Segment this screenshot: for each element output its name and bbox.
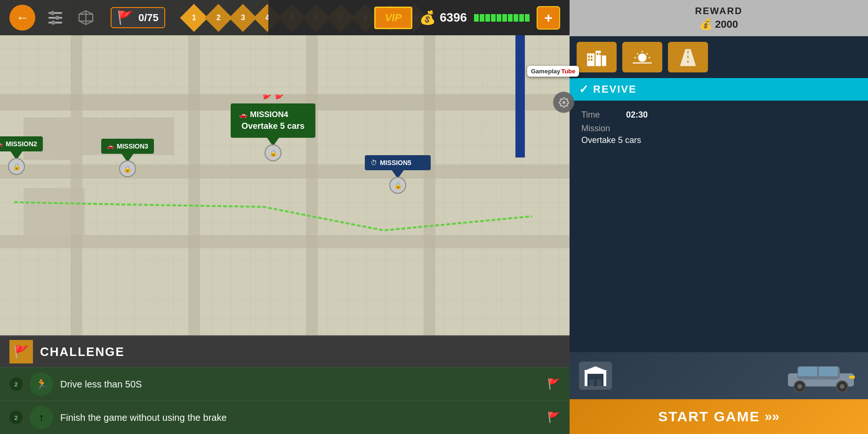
time-value: 02:30: [626, 110, 648, 120]
settings-button[interactable]: [553, 92, 574, 113]
flag-count: 0/75: [138, 12, 159, 24]
fuel-seg-10: [525, 14, 530, 22]
time-label: Time: [581, 110, 619, 120]
fuel-seg-6: [502, 14, 507, 22]
map-area: 🚗 MISSION2 🔒 🚗 MISSION3 🔒 🚩 🚩 🚗: [0, 0, 570, 434]
cube-icon: [78, 9, 94, 26]
mission-node-3[interactable]: 🚗 MISSION3 🔒: [101, 139, 154, 154]
reward-section: REWARD 💰 2000: [570, 0, 868, 36]
challenge-title: CHALLENGE: [40, 345, 125, 359]
svg-rect-35: [597, 379, 602, 386]
back-button[interactable]: ←: [9, 5, 35, 31]
flag-icon: 🚩: [117, 10, 134, 25]
back-arrow-icon: ←: [16, 10, 29, 25]
svg-rect-17: [591, 58, 592, 61]
mission2-lock: 🔒: [8, 158, 25, 175]
svg-line-22: [647, 53, 648, 54]
mission-value: Overtake 5 cars: [581, 135, 856, 145]
time-row: Time 02:30: [581, 110, 856, 120]
svg-rect-42: [798, 367, 817, 376]
page-num-3[interactable]: 3: [229, 4, 257, 32]
mission4-lock: 🔒: [265, 144, 281, 161]
vip-label: VIP: [385, 12, 402, 24]
garage-icon: [579, 362, 612, 390]
gameplay-text: Gameplay: [531, 68, 560, 75]
svg-rect-14: [588, 55, 590, 58]
road-icon: [677, 48, 699, 67]
fuel-seg-8: [514, 14, 518, 22]
coins-area: 💰 6396: [419, 10, 467, 25]
add-icon: +: [544, 10, 553, 26]
top-right-area: VIP 💰 6396 +: [268, 0, 570, 35]
start-game-button[interactable]: START GAME »»: [570, 399, 868, 434]
mission2-title: MISSION2: [6, 140, 37, 148]
mission4-desc: Overtake 5 cars: [239, 121, 307, 131]
flag-counter: 🚩 0/75: [111, 7, 165, 28]
mission3-lock: 🔒: [119, 160, 136, 177]
svg-rect-34: [589, 379, 594, 386]
svg-point-40: [797, 384, 802, 389]
vip-button[interactable]: VIP: [374, 7, 412, 29]
challenge-num-2: 2: [9, 411, 23, 424]
svg-point-10: [563, 101, 565, 104]
garage-building-icon: [584, 365, 607, 387]
revive-row[interactable]: ✓ REVIVE: [570, 78, 868, 101]
challenge-items-list: 2 🏃 Drive less than 50S 🚩 2 ↑ Finish the…: [0, 367, 570, 434]
garage-area[interactable]: [570, 352, 868, 399]
page-num-2[interactable]: 2: [204, 4, 232, 32]
sunset-icon: [632, 48, 653, 67]
revive-label: REVIVE: [593, 83, 637, 95]
city-icon: [586, 48, 607, 67]
city-button[interactable]: [577, 42, 617, 72]
reward-title: REWARD: [579, 6, 859, 16]
reward-amount-area: 💰 2000: [579, 18, 859, 31]
cube-button[interactable]: [75, 7, 96, 28]
fuel-bar-area: [474, 14, 530, 22]
challenge-num-1: 2: [9, 378, 23, 391]
svg-point-4: [56, 16, 60, 20]
reward-coin-icon: 💰: [699, 18, 712, 31]
fuel-seg-5: [497, 14, 501, 22]
start-game-label: START GAME: [658, 409, 760, 425]
sunset-button[interactable]: [622, 42, 662, 72]
mission-info-row: Mission Overtake 5 cars: [581, 124, 856, 145]
svg-rect-19: [599, 53, 601, 55]
svg-point-20: [638, 53, 647, 62]
challenge-text-1: Drive less than 50S: [60, 379, 540, 390]
svg-rect-18: [597, 53, 598, 55]
svg-rect-44: [849, 376, 855, 379]
coin-icon: 💰: [419, 10, 436, 25]
page-num-1[interactable]: 1: [180, 4, 208, 32]
car-icon: [783, 359, 859, 392]
menu-sliders-icon: [47, 9, 64, 26]
svg-line-24: [637, 53, 638, 54]
challenge-icon-1: 🏃: [30, 372, 53, 396]
fuel-bar: [474, 14, 530, 22]
menu-button[interactable]: [45, 7, 66, 28]
gameplay-tube-badge[interactable]: Gameplay Tube: [527, 66, 579, 77]
reward-value: 2000: [715, 18, 738, 31]
car-silhouette: [621, 359, 859, 392]
road-button[interactable]: [668, 42, 708, 72]
mission-label: Mission: [581, 124, 856, 134]
mission-node-4[interactable]: 🚩 🚩 🚗 MISSION4 Overtake 5 cars 🔒: [231, 103, 315, 138]
mission3-title: MISSION3: [117, 142, 148, 150]
svg-rect-16: [588, 58, 590, 61]
fuel-seg-9: [519, 14, 524, 22]
mission-node-2[interactable]: 🚗 MISSION2 🔒: [0, 136, 43, 151]
mission-node-5[interactable]: ⏱ MISSION5 🔒: [365, 155, 431, 170]
challenge-item-1[interactable]: 2 🏃 Drive less than 50S 🚩: [0, 367, 570, 401]
settings-icon: [559, 97, 569, 108]
coin-amount: 6396: [440, 10, 467, 25]
add-button[interactable]: +: [537, 6, 560, 30]
svg-point-3: [50, 11, 55, 15]
blue-bar: [515, 35, 525, 158]
challenge-flag-right-1: 🚩: [547, 378, 560, 390]
challenge-header: 🚩 CHALLENGE: [0, 335, 570, 367]
mission5-title: MISSION5: [380, 159, 411, 166]
challenge-text-2: Finish the game without using the brake: [60, 412, 540, 423]
fuel-seg-2: [480, 14, 484, 22]
challenge-item-2[interactable]: 2 ↑ Finish the game without using the br…: [0, 401, 570, 434]
info-section: Time 02:30 Mission Overtake 5 cars: [570, 101, 868, 352]
fuel-seg-3: [485, 14, 490, 22]
